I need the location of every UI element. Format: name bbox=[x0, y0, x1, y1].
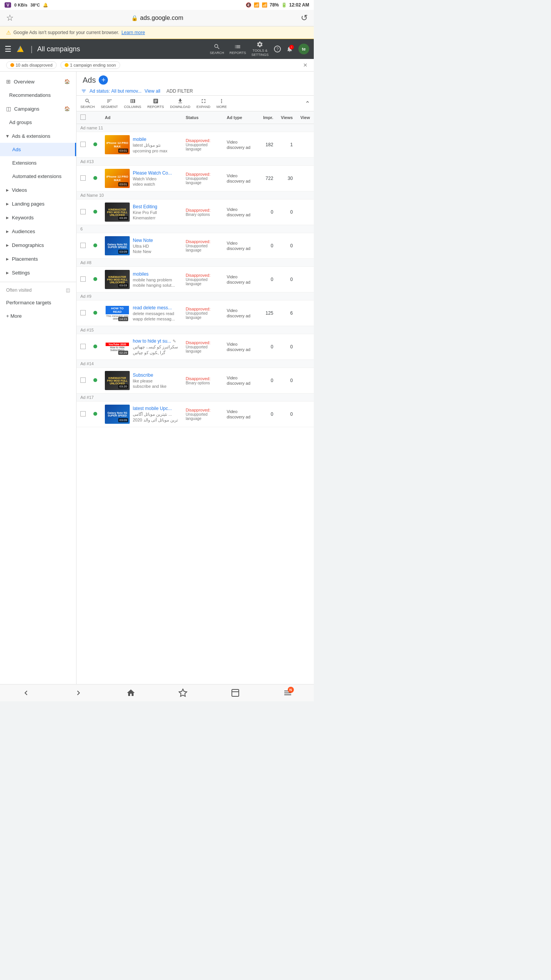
ad-type: Video discovery ad bbox=[227, 409, 251, 419]
sidebar-item-more[interactable]: + More bbox=[0, 309, 76, 323]
search-nav-btn[interactable]: SEARCH bbox=[210, 43, 224, 55]
download-btn[interactable]: DOWNLOAD bbox=[170, 98, 190, 109]
ad-title[interactable]: latest mobile Upc... bbox=[133, 406, 172, 411]
favorites-btn[interactable] bbox=[178, 688, 187, 697]
ad-title[interactable]: how to hide yt su... bbox=[133, 338, 171, 344]
row-impr-cell: 182 bbox=[259, 132, 277, 158]
filter-label: Ad status: bbox=[90, 88, 110, 94]
row-checkbox[interactable] bbox=[80, 276, 86, 282]
ad-desc1: سکرائبرز کو کیسے چھپائیں bbox=[133, 345, 178, 350]
segment-btn[interactable]: SEGMENT bbox=[101, 98, 118, 109]
ad-group-label: Ad #15 bbox=[77, 326, 314, 334]
ad-thumbnail: HOW TO READ This message was deleted 04:… bbox=[105, 304, 130, 323]
demographics-expand-icon: ▸ bbox=[6, 242, 9, 248]
ad-title[interactable]: read delete mess... bbox=[133, 305, 172, 310]
notifications-btn[interactable]: ! bbox=[286, 46, 293, 52]
sidebar-item-campaigns[interactable]: ◫ Campaigns 🏠 bbox=[0, 102, 76, 116]
ad-type: Video discovery ad bbox=[227, 376, 251, 385]
ad-title[interactable]: mobile bbox=[133, 137, 146, 142]
alert-close-btn[interactable]: ✕ bbox=[303, 62, 308, 68]
row-impr-cell: 0 bbox=[259, 368, 277, 394]
home-btn[interactable] bbox=[126, 688, 135, 697]
row-view-rate-cell bbox=[297, 301, 314, 326]
nav-menu-btn[interactable]: N bbox=[283, 688, 292, 697]
columns-btn[interactable]: COLUMNS bbox=[124, 98, 141, 109]
signal-icon: 📶 bbox=[262, 2, 267, 8]
ad-title[interactable]: New Note bbox=[133, 238, 153, 243]
search-icon bbox=[214, 43, 220, 50]
col-checkbox bbox=[77, 111, 90, 124]
row-checkbox[interactable] bbox=[80, 243, 86, 248]
row-views-cell: 30 bbox=[277, 166, 297, 191]
row-checkbox[interactable] bbox=[80, 377, 86, 383]
ad-title[interactable]: Please Watch Co... bbox=[133, 170, 172, 176]
tabs-btn[interactable] bbox=[231, 688, 240, 697]
views-value: 0 bbox=[290, 209, 293, 215]
url-bar[interactable]: 🔒 ads.google.com bbox=[20, 15, 295, 21]
notif-badge: ! bbox=[289, 45, 294, 49]
edit-icon[interactable]: ✎ bbox=[173, 339, 176, 344]
status-reason: Binary options bbox=[186, 212, 219, 217]
sidebar-item-videos[interactable]: ▸ Videos bbox=[0, 183, 76, 197]
view-all-link[interactable]: View all bbox=[145, 88, 160, 94]
row-checkbox[interactable] bbox=[80, 142, 86, 147]
sidebar-item-extensions[interactable]: Extensions bbox=[0, 156, 76, 170]
collapse-btn[interactable]: ⌃ bbox=[305, 100, 310, 107]
ad-duration: 03:03 bbox=[118, 283, 128, 287]
select-all-checkbox[interactable] bbox=[80, 114, 86, 120]
browser-star-btn[interactable]: ☆ bbox=[6, 13, 14, 23]
filter-value[interactable]: All but remov... bbox=[111, 88, 142, 94]
expand-icon bbox=[201, 98, 207, 104]
sidebar-item-performance-targets[interactable]: Performance targets bbox=[0, 296, 76, 309]
learn-more-link[interactable]: Learn more bbox=[121, 30, 145, 35]
reports-tool-btn[interactable]: REPORTS bbox=[147, 98, 164, 109]
row-checkbox[interactable] bbox=[80, 209, 86, 214]
hamburger-menu-icon[interactable]: ☰ bbox=[5, 44, 11, 54]
sidebar-item-automated-extensions[interactable]: Automated extensions bbox=[0, 170, 76, 183]
disapproved-chip[interactable]: 10 ads disapproved bbox=[6, 61, 57, 69]
sidebar-label-landing-pages: Landing pages bbox=[12, 201, 44, 207]
help-btn[interactable]: ? bbox=[274, 46, 281, 52]
back-btn[interactable] bbox=[21, 688, 31, 697]
reports-nav-btn[interactable]: REPORTS bbox=[230, 43, 246, 55]
sidebar-item-ads[interactable]: Ads bbox=[0, 143, 76, 156]
campaign-ending-chip[interactable]: 1 campaign ending soon bbox=[60, 61, 120, 69]
ad-group-label-row: Ad #13 bbox=[77, 158, 314, 166]
ad-desc1: Watch Video bbox=[133, 176, 172, 181]
keywords-expand-icon: ▸ bbox=[6, 214, 9, 220]
sidebar-item-demographics[interactable]: ▸ Demographics bbox=[0, 238, 76, 252]
add-filter-btn[interactable]: ADD FILTER bbox=[166, 88, 193, 94]
sidebar-item-audiences[interactable]: ▸ Audiences bbox=[0, 224, 76, 238]
row-checkbox[interactable] bbox=[80, 175, 86, 181]
row-checkbox[interactable] bbox=[80, 411, 86, 416]
alert-strip: 10 ads disapproved 1 campaign ending soo… bbox=[0, 59, 314, 72]
sidebar-item-landing-pages[interactable]: ▸ Landing pages bbox=[0, 197, 76, 211]
row-checkbox[interactable] bbox=[80, 344, 86, 349]
sidebar-item-recommendations[interactable]: Recommendations bbox=[0, 88, 76, 102]
reload-btn[interactable]: ↺ bbox=[301, 13, 308, 23]
sidebar-item-placements[interactable]: ▸ Placements bbox=[0, 252, 76, 266]
row-checkbox[interactable] bbox=[80, 310, 86, 315]
more-tool-btn[interactable]: MORE bbox=[217, 98, 227, 109]
ad-duration: 02:29 bbox=[118, 351, 128, 355]
ad-title[interactable]: Subscribe bbox=[133, 372, 153, 378]
ad-thumbnail: KINEMASTER PRO MOD FULL UNLOCKED 03:03 bbox=[105, 270, 130, 289]
add-ad-btn[interactable]: + bbox=[99, 75, 108, 85]
sidebar-item-overview[interactable]: ⊞ Overview 🏠 bbox=[0, 75, 76, 88]
more-tool-label: MORE bbox=[217, 105, 227, 109]
row-views-cell: 0 bbox=[277, 233, 297, 259]
expand-btn[interactable]: EXPAND bbox=[196, 98, 210, 109]
back-icon bbox=[21, 688, 31, 697]
row-ad-type-cell: Video discovery ad bbox=[223, 132, 259, 158]
row-view-rate-cell bbox=[297, 199, 314, 225]
forward-btn[interactable] bbox=[74, 688, 83, 697]
sidebar-item-ad-groups[interactable]: Ad groups bbox=[0, 116, 76, 129]
ad-title[interactable]: mobiles bbox=[133, 271, 148, 277]
search-tool-btn[interactable]: SEARCH bbox=[80, 98, 95, 109]
sidebar-item-ads-extensions[interactable]: ▾ Ads & extensions bbox=[0, 129, 76, 143]
sidebar-item-settings[interactable]: ▸ Settings bbox=[0, 266, 76, 279]
tools-settings-btn[interactable]: TOOLS &SETTINGS bbox=[251, 41, 269, 57]
ad-title[interactable]: Best Editing bbox=[133, 204, 157, 209]
filter-btn[interactable] bbox=[81, 88, 86, 94]
sidebar-item-keywords[interactable]: ▸ Keywords bbox=[0, 211, 76, 224]
